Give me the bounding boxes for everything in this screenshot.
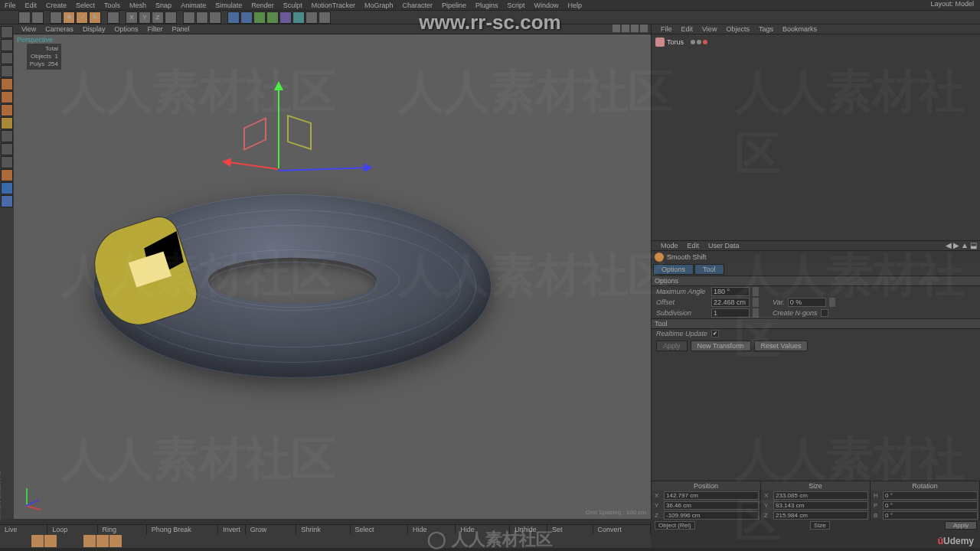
rot-b-input[interactable]: 0 °	[883, 511, 978, 520]
move-tool[interactable]: ✥	[63, 11, 75, 24]
view-menu-display[interactable]: Display	[78, 24, 110, 34]
bt-extrude[interactable]	[83, 535, 96, 547]
zoom-icon[interactable]	[622, 24, 629, 32]
om-file[interactable]: File	[656, 24, 677, 34]
y-axis-toggle[interactable]: Y	[139, 11, 151, 24]
rot-p-input[interactable]: 0 °	[883, 501, 978, 510]
scale-tool[interactable]: ⤢	[76, 11, 88, 24]
layout-dropdown[interactable]: Layout: Model	[930, 0, 980, 10]
cmd-select-connected[interactable]: Select Connected	[351, 525, 408, 534]
cmd-loop-selection[interactable]: Loop Selection	[47, 525, 97, 534]
cmd-grow[interactable]: Grow Selection	[246, 525, 297, 534]
rotate-tool[interactable]: ↻	[89, 11, 101, 24]
attr-mode[interactable]: Mode	[656, 241, 683, 250]
point-mode[interactable]	[1, 78, 13, 90]
bt-weld[interactable]	[44, 535, 57, 547]
bt-array[interactable]	[242, 535, 254, 547]
bt-inner-extrude[interactable]	[96, 535, 109, 547]
var-input[interactable]: 0 %	[788, 298, 826, 307]
offset-spinner[interactable]	[753, 298, 759, 307]
var-spinner[interactable]	[829, 298, 835, 307]
bt-clone[interactable]	[255, 535, 267, 547]
view-menu-panel[interactable]: Panel	[167, 24, 194, 34]
polygon-mode[interactable]	[1, 104, 13, 116]
menu-animate[interactable]: Animate	[176, 0, 211, 10]
attr-nav-lock[interactable]: ⬓	[970, 241, 977, 250]
x-axis-toggle[interactable]: X	[126, 11, 138, 24]
render-view[interactable]	[183, 11, 195, 24]
attr-nav-fwd[interactable]: ▶	[953, 241, 959, 250]
edge-mode[interactable]	[1, 91, 13, 103]
menu-script[interactable]: Script	[503, 0, 530, 10]
coord-mode-select[interactable]: Object (Rel)	[655, 521, 695, 530]
viewport-solo[interactable]	[1, 143, 13, 155]
environment-icon[interactable]	[292, 11, 305, 24]
menu-sculpt[interactable]: Sculpt	[279, 0, 307, 10]
cmd-ring-selection[interactable]: Ring Selection	[98, 525, 147, 534]
cmd-phong-break[interactable]: Phong Break Selection	[147, 525, 219, 534]
cmd-convert-selection[interactable]: Convert Selection	[593, 525, 651, 534]
pos-x-input[interactable]: 142.797 cm	[664, 491, 759, 500]
menu-tools[interactable]: Tools	[100, 0, 125, 10]
yz-plane-handle[interactable]	[287, 115, 312, 150]
coord-size-select[interactable]: Size	[810, 521, 830, 530]
attr-nav-back[interactable]: ◀	[946, 241, 952, 250]
tree-item-torus[interactable]: Torus	[654, 37, 978, 47]
planar-workplane[interactable]	[1, 195, 13, 207]
menu-mograph[interactable]: MoGraph	[360, 0, 398, 10]
menu-window[interactable]: Window	[530, 0, 564, 10]
ngons-checkbox[interactable]	[821, 309, 828, 317]
maximize-icon[interactable]	[640, 24, 648, 32]
cmd-invert[interactable]: Invert	[218, 525, 246, 534]
bt-smooth-shift[interactable]	[122, 535, 135, 547]
om-objects[interactable]: Objects	[721, 24, 754, 34]
light-icon[interactable]	[318, 11, 331, 24]
cmd-set-selection[interactable]: Set Selection	[547, 525, 593, 534]
visibility-editor-dot[interactable]	[691, 40, 695, 44]
menu-plugins[interactable]: Plugins	[471, 0, 503, 10]
x-axis-handle[interactable]	[225, 161, 279, 170]
object-tree[interactable]: Torus	[652, 34, 980, 241]
bt-bevel[interactable]	[149, 535, 161, 547]
texture-mode[interactable]	[1, 52, 13, 64]
viewport[interactable]: Perspective Total Objects 1 Polys 254	[14, 34, 651, 519]
size-y-input[interactable]: 83.143 cm	[773, 501, 868, 510]
menu-file[interactable]: File	[0, 0, 21, 10]
menu-character[interactable]: Character	[397, 0, 437, 10]
view-menu-cameras[interactable]: Cameras	[41, 24, 78, 34]
bt-brush[interactable]	[201, 535, 214, 547]
generator-array[interactable]	[266, 11, 279, 24]
coord-system[interactable]	[165, 11, 177, 24]
apply-button[interactable]: Apply	[656, 341, 688, 351]
bt-matrix-extrude[interactable]	[109, 535, 122, 547]
view-menu-view[interactable]: View	[17, 24, 41, 34]
visibility-render-dot[interactable]	[697, 40, 701, 44]
rot-h-input[interactable]: 0 °	[883, 491, 978, 500]
view-menu-options[interactable]: Options	[109, 24, 142, 34]
menu-mesh[interactable]: Mesh	[125, 0, 151, 10]
cmd-live-selection[interactable]: Live Selection	[0, 525, 47, 534]
bt-disconnect[interactable]	[268, 535, 280, 547]
menu-simulate[interactable]: Simulate	[211, 0, 247, 10]
tree-item-flags[interactable]	[691, 40, 707, 44]
bt-knife[interactable]	[162, 535, 174, 547]
locked-workplane[interactable]	[1, 182, 13, 194]
pos-y-input[interactable]: 36.46 cm	[664, 501, 759, 510]
cmd-shrink[interactable]: Shrink Selection	[296, 525, 350, 534]
menu-pipeline[interactable]: Pipeline	[437, 0, 471, 10]
menu-edit[interactable]: Edit	[21, 0, 42, 10]
xy-plane-handle[interactable]	[243, 117, 266, 151]
snap-toggle[interactable]	[1, 156, 13, 168]
bt-spin-edge[interactable]	[228, 535, 240, 547]
menu-motiontracker[interactable]: MotionTracker	[307, 0, 360, 10]
camera-icon[interactable]	[305, 11, 318, 24]
layer-close-icon[interactable]	[703, 40, 707, 44]
deformer-icon[interactable]	[279, 11, 292, 24]
reset-values-button[interactable]: Reset Values	[754, 341, 808, 351]
subdivision-input[interactable]: 1	[711, 308, 750, 318]
z-axis-handle[interactable]	[278, 167, 370, 171]
last-tool[interactable]	[107, 11, 119, 24]
render-settings[interactable]	[209, 11, 221, 24]
workplane-icon[interactable]	[1, 169, 13, 181]
undo-button[interactable]	[18, 11, 31, 24]
